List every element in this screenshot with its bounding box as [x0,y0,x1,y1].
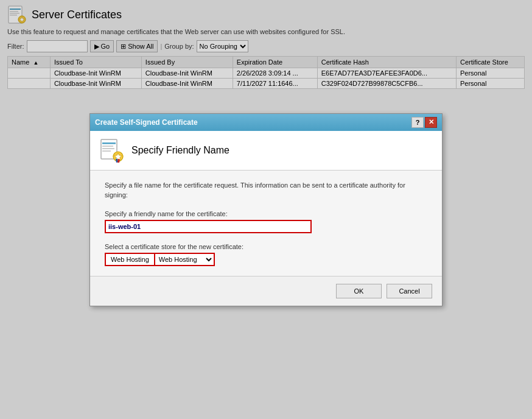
store-value-label: Web Hosting [105,253,154,266]
dialog-description: Specify a file name for the certificate … [105,180,427,200]
store-section: Select a certificate store for the new c… [105,243,427,266]
svg-rect-9 [102,146,113,147]
store-select-row: Web Hosting Web HostingPersonal [105,253,427,266]
dialog-overlay: Create Self-Signed Certificate ? ✕ [0,0,532,419]
dialog-titlebar-buttons: ? ✕ [411,117,437,128]
friendly-name-label: Specify a friendly name for the certific… [105,210,427,217]
cancel-button[interactable]: Cancel [387,284,432,298]
dialog-titlebar: Create Self-Signed Certificate ? ✕ [90,114,442,131]
dialog-header: Specify Friendly Name [90,131,442,171]
create-cert-dialog: Create Self-Signed Certificate ? ✕ [89,113,443,306]
dialog-help-button[interactable]: ? [411,117,424,128]
dialog-header-icon [100,138,124,163]
dialog-header-title: Specify Friendly Name [131,145,229,156]
svg-rect-8 [102,143,116,144]
dialog-close-button[interactable]: ✕ [425,117,437,128]
cert-store-select[interactable]: Web HostingPersonal [154,253,215,266]
dialog-title: Create Self-Signed Certificate [95,118,198,127]
svg-rect-11 [102,150,111,152]
dialog-footer: OK Cancel [90,276,442,306]
dialog-body: Specify a file name for the certificate … [90,171,442,276]
ok-button[interactable]: OK [336,284,382,298]
svg-rect-10 [102,148,114,149]
store-label: Select a certificate store for the new c… [105,243,427,250]
friendly-name-input[interactable] [105,220,312,233]
